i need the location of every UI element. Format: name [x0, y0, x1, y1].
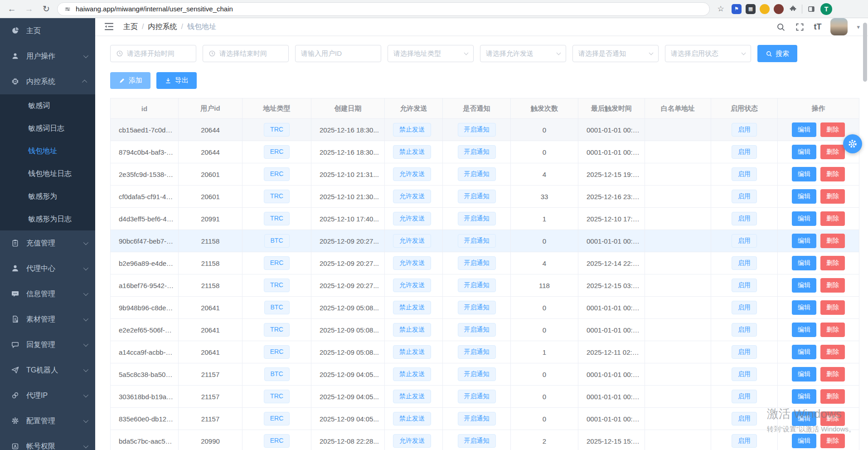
sidebar-item-9[interactable]: 充值管理 — [0, 230, 95, 256]
breadcrumb-home[interactable]: 主页 — [123, 22, 138, 32]
delete-button[interactable]: 删除 — [820, 234, 845, 248]
cell-allow: 允许发送 — [385, 230, 443, 252]
edit-button[interactable]: 编辑 — [792, 211, 816, 226]
site-settings-icon[interactable] — [64, 5, 71, 13]
sidebar-item-13[interactable]: 回复管理 — [0, 332, 95, 357]
delete-button[interactable]: 删除 — [820, 434, 845, 448]
sidebar-subitem-3[interactable]: 敏感词 — [0, 94, 95, 117]
delete-button[interactable]: 删除 — [820, 389, 845, 404]
chevron-down-icon — [83, 443, 88, 448]
search-icon[interactable] — [776, 22, 786, 32]
cell-last_trigger: 2025-12-14 22:35... — [578, 252, 645, 274]
notify-badge: 开启通知 — [458, 256, 496, 270]
avatar[interactable] — [830, 18, 848, 35]
delete-button[interactable]: 删除 — [820, 256, 845, 270]
sidebar-item-17[interactable]: 帐号权限 — [0, 434, 95, 450]
reload-icon[interactable]: ↻ — [40, 3, 53, 15]
cell-notify: 开启通知 — [443, 230, 511, 252]
extension-icon-dark[interactable]: ▦ — [746, 4, 756, 14]
filter-select-3[interactable]: 请选择地址类型 — [388, 45, 474, 62]
delete-button[interactable]: 删除 — [820, 211, 845, 226]
sidebar-subitem-4[interactable]: 敏感词日志 — [0, 117, 95, 140]
extensions-row: ⚑ ▦ T — [732, 3, 832, 15]
cell-last_trigger: 0001-01-01 00:00... — [578, 319, 645, 341]
font-size-icon[interactable]: tT — [814, 22, 821, 32]
recharge-icon — [11, 239, 20, 248]
edit-button[interactable]: 编辑 — [792, 256, 816, 270]
edit-button[interactable]: 编辑 — [792, 323, 816, 337]
extension-icon-yellow[interactable] — [760, 4, 770, 14]
caret-down-icon[interactable]: ▾ — [857, 24, 860, 30]
filter-input-1[interactable]: 请选择结束时间 — [203, 45, 289, 62]
sidebar-item-11[interactable]: 信息管理 — [0, 281, 95, 307]
table-row: 2e35fc9d-1538-40...20601ERC2025-12-10 21… — [111, 163, 859, 186]
filter-select-6[interactable]: 请选择启用状态 — [665, 45, 751, 62]
delete-button[interactable]: 删除 — [820, 278, 845, 293]
delete-button[interactable]: 删除 — [820, 345, 845, 359]
filter-select-5[interactable]: 请选择是否通知 — [572, 45, 659, 62]
clock-icon — [116, 50, 123, 57]
sidebar-subitem-6[interactable]: 钱包地址日志 — [0, 162, 95, 185]
cell-user_id: 21157 — [179, 386, 242, 408]
edit-button[interactable]: 编辑 — [792, 145, 816, 159]
scrollbar-thumb[interactable] — [863, 23, 867, 82]
browser-profile-avatar[interactable]: T — [820, 3, 832, 15]
edit-button[interactable]: 编辑 — [792, 122, 816, 137]
edit-button[interactable]: 编辑 — [792, 189, 816, 204]
sidebar-item-0[interactable]: 主页 — [0, 18, 95, 44]
sidebar-item-15[interactable]: 代理IP — [0, 383, 95, 408]
edit-button[interactable]: 编辑 — [792, 411, 816, 426]
cell-user_id: 21158 — [179, 252, 242, 274]
edit-button[interactable]: 编辑 — [792, 367, 816, 382]
delete-button[interactable]: 删除 — [820, 323, 845, 337]
edit-button[interactable]: 编辑 — [792, 167, 816, 181]
sidebar-subitem-8[interactable]: 敏感形为日志 — [0, 208, 95, 230]
delete-button[interactable]: 删除 — [820, 167, 845, 181]
bookmark-star-icon[interactable]: ☆ — [714, 3, 727, 15]
filter-input-0[interactable]: 请选择开始时间 — [110, 45, 196, 62]
delete-button[interactable]: 删除 — [820, 189, 845, 204]
delete-button[interactable]: 删除 — [820, 300, 845, 315]
edit-button[interactable]: 编辑 — [792, 389, 816, 404]
addr_type-badge: BTC — [264, 301, 290, 314]
sidebar-subitem-7[interactable]: 敏感形为 — [0, 185, 95, 208]
delete-button[interactable]: 删除 — [820, 411, 845, 426]
sidebar-collapse-icon[interactable] — [103, 21, 115, 33]
breadcrumb-separator: / — [142, 23, 144, 31]
filter-select-4[interactable]: 请选择允许发送 — [480, 45, 566, 62]
delete-button[interactable]: 删除 — [820, 145, 845, 159]
side-panel-icon[interactable] — [806, 4, 816, 14]
export-button[interactable]: 导出 — [156, 72, 197, 89]
settings-fab[interactable] — [843, 134, 862, 153]
cell-notify: 开启通知 — [443, 119, 511, 141]
sidebar-subitem-5[interactable]: 钱包地址 — [0, 140, 95, 162]
fullscreen-icon[interactable] — [795, 22, 805, 32]
back-icon[interactable]: ← — [5, 3, 18, 15]
search-button[interactable]: 搜索 — [757, 45, 797, 62]
status-badge: 启用 — [732, 279, 757, 292]
sidebar-item-1[interactable]: 用户操作 — [0, 44, 95, 69]
add-button[interactable]: 添加 — [110, 72, 150, 89]
cell-trigger_count: 1 — [511, 208, 578, 230]
edit-button[interactable]: 编辑 — [792, 278, 816, 293]
puzzle-icon[interactable] — [788, 4, 798, 14]
edit-button[interactable]: 编辑 — [792, 234, 816, 248]
address-bar[interactable]: haiwang.app/miwang#/internal/user_sensit… — [57, 2, 710, 16]
filter-input-2[interactable]: 请输入用户ID — [295, 45, 381, 62]
sidebar-item-10[interactable]: 代理中心 — [0, 256, 95, 281]
forward-icon[interactable]: → — [23, 3, 35, 15]
sidebar-item-12[interactable]: 素材管理 — [0, 307, 95, 332]
extension-icon-red[interactable] — [774, 4, 784, 14]
sidebar-item-14[interactable]: TG机器人 — [0, 357, 95, 383]
extension-icon-blue[interactable]: ⚑ — [732, 4, 742, 14]
sidebar-item-16[interactable]: 配置管理 — [0, 408, 95, 434]
edit-button[interactable]: 编辑 — [792, 345, 816, 359]
delete-button[interactable]: 删除 — [820, 367, 845, 382]
edit-button[interactable]: 编辑 — [792, 300, 816, 315]
breadcrumb-internal[interactable]: 内控系统 — [148, 22, 177, 32]
delete-button[interactable]: 删除 — [820, 122, 845, 137]
edit-button[interactable]: 编辑 — [792, 434, 816, 448]
cell-created: 2025-12-09 20:27... — [311, 274, 385, 297]
sidebar-item-label: 信息管理 — [26, 289, 83, 299]
sidebar-item-2[interactable]: 内控系统 — [0, 69, 95, 94]
